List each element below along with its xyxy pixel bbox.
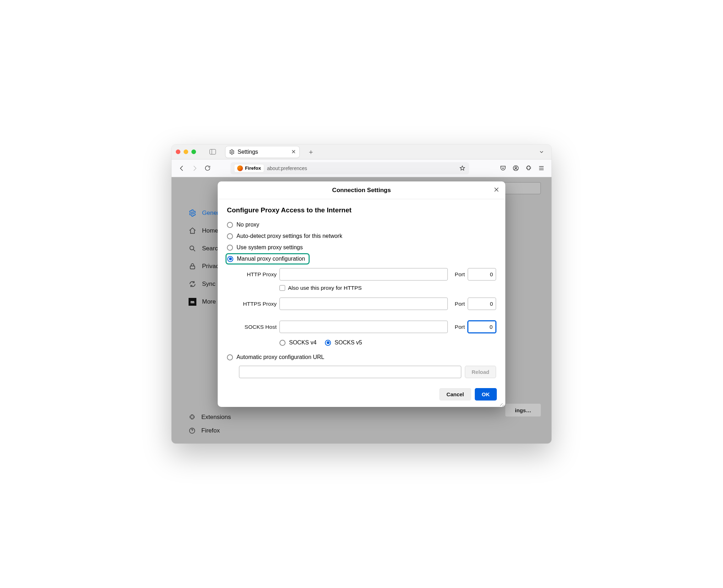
firefox-logo-icon bbox=[237, 165, 243, 171]
http-port-input[interactable] bbox=[468, 268, 496, 281]
radio-label: SOCKS v4 bbox=[289, 339, 316, 346]
mozilla-logo-icon: m bbox=[189, 298, 196, 306]
cancel-button[interactable]: Cancel bbox=[439, 388, 471, 401]
checkbox-label: Also use this proxy for HTTPS bbox=[288, 285, 362, 291]
url-bar[interactable]: Firefox about:preferences bbox=[230, 162, 469, 174]
sidebar-toggle-icon[interactable] bbox=[210, 149, 216, 154]
radio-label: No proxy bbox=[237, 222, 259, 228]
bookmark-star-icon[interactable] bbox=[459, 165, 466, 172]
connection-settings-dialog: Connection Settings Configure Proxy Acce… bbox=[218, 181, 505, 407]
svg-point-0 bbox=[231, 151, 233, 153]
sidebar-item-extensions[interactable]: Extensions bbox=[189, 414, 231, 421]
radio-icon bbox=[227, 233, 233, 239]
radio-label: Manual proxy configuration bbox=[237, 256, 305, 262]
sidebar-item-support[interactable]: Firefox bbox=[189, 427, 231, 434]
checkbox-icon bbox=[279, 285, 285, 291]
dialog-header: Connection Settings bbox=[218, 181, 505, 199]
content-area: General Home Search Privacy Sync bbox=[172, 177, 551, 443]
dialog-footer: Cancel OK bbox=[218, 385, 505, 407]
minimize-window[interactable] bbox=[184, 149, 188, 154]
svg-point-2 bbox=[515, 167, 517, 169]
https-proxy-label: HTTPS Proxy bbox=[227, 301, 277, 307]
radio-label: Use system proxy settings bbox=[237, 244, 303, 251]
sidebar-label: Firefox bbox=[201, 427, 220, 434]
resize-handle-icon[interactable] bbox=[499, 401, 504, 405]
http-proxy-label: HTTP Proxy bbox=[227, 271, 277, 278]
settings-sidebar-bottom: Extensions Firefox bbox=[189, 414, 231, 434]
sidebar-label: More bbox=[202, 298, 216, 305]
browser-tab[interactable]: Settings ✕ bbox=[225, 146, 300, 158]
reload-button[interactable]: Reload bbox=[465, 366, 496, 378]
url-text: about:preferences bbox=[267, 165, 307, 171]
port-label: Port bbox=[451, 301, 465, 307]
auto-url-input[interactable] bbox=[239, 366, 461, 378]
radio-icon bbox=[227, 354, 233, 360]
account-icon[interactable] bbox=[512, 165, 520, 172]
radio-label: Automatic proxy configuration URL bbox=[237, 354, 324, 360]
svg-point-3 bbox=[191, 212, 194, 214]
ok-button[interactable]: OK bbox=[475, 388, 497, 401]
radio-label: SOCKS v5 bbox=[335, 339, 362, 346]
radio-manual[interactable]: Manual proxy configuration bbox=[227, 256, 305, 262]
dialog-close-icon[interactable] bbox=[493, 186, 500, 193]
browser-window: Settings ✕ ＋ Firefox about:preferences bbox=[172, 145, 551, 443]
tab-title: Settings bbox=[238, 149, 258, 155]
radio-icon bbox=[227, 256, 233, 262]
sidebar-label: Sync bbox=[202, 281, 216, 288]
title-bar: Settings ✕ ＋ bbox=[172, 145, 551, 159]
site-identity-label: Firefox bbox=[245, 165, 261, 171]
toolbar: Firefox about:preferences bbox=[172, 159, 551, 177]
radio-icon bbox=[227, 222, 233, 228]
radio-socks-v4[interactable]: SOCKS v4 bbox=[279, 339, 316, 346]
https-port-input[interactable] bbox=[468, 298, 496, 310]
tab-close-icon[interactable]: ✕ bbox=[291, 148, 296, 155]
radio-icon bbox=[325, 340, 331, 346]
radio-socks-v5[interactable]: SOCKS v5 bbox=[325, 339, 362, 346]
http-proxy-input[interactable] bbox=[279, 268, 448, 281]
close-window[interactable] bbox=[176, 149, 180, 154]
socks-host-input[interactable] bbox=[279, 321, 448, 333]
section-title: Configure Proxy Access to the Internet bbox=[227, 206, 496, 214]
new-tab-button[interactable]: ＋ bbox=[308, 147, 314, 157]
settings-button-bg: ings… bbox=[505, 404, 541, 416]
radio-manual-highlight: Manual proxy configuration bbox=[225, 253, 310, 265]
radio-auto-detect[interactable]: Auto-detect proxy settings for this netw… bbox=[227, 230, 496, 242]
radio-label: Auto-detect proxy settings for this netw… bbox=[237, 233, 342, 239]
socks-port-input[interactable] bbox=[468, 321, 496, 333]
port-label: Port bbox=[451, 271, 465, 278]
forward-button[interactable] bbox=[191, 165, 199, 172]
dialog-title: Connection Settings bbox=[332, 187, 391, 194]
tabs-overflow-icon[interactable] bbox=[539, 149, 544, 155]
sidebar-label: Home bbox=[202, 227, 218, 234]
pocket-icon[interactable] bbox=[499, 165, 507, 172]
maximize-window[interactable] bbox=[191, 149, 196, 154]
port-label: Port bbox=[451, 324, 465, 330]
radio-system[interactable]: Use system proxy settings bbox=[227, 242, 496, 253]
site-identity[interactable]: Firefox bbox=[234, 164, 264, 173]
https-proxy-input[interactable] bbox=[279, 298, 448, 310]
svg-rect-5 bbox=[190, 266, 195, 269]
extensions-icon[interactable] bbox=[524, 165, 532, 172]
reload-button[interactable] bbox=[203, 165, 211, 172]
back-button[interactable] bbox=[178, 165, 186, 172]
radio-icon bbox=[279, 340, 286, 346]
dialog-body: Configure Proxy Access to the Internet N… bbox=[218, 199, 505, 385]
also-https-checkbox[interactable]: Also use this proxy for HTTPS bbox=[279, 285, 496, 291]
radio-auto-url[interactable]: Automatic proxy configuration URL bbox=[227, 352, 496, 363]
sidebar-label: Extensions bbox=[201, 414, 231, 421]
window-controls bbox=[176, 149, 196, 154]
socks-host-label: SOCKS Host bbox=[227, 324, 277, 330]
radio-no-proxy[interactable]: No proxy bbox=[227, 219, 496, 230]
radio-icon bbox=[227, 245, 233, 251]
svg-point-4 bbox=[190, 246, 194, 250]
gear-icon bbox=[229, 149, 235, 155]
menu-icon[interactable] bbox=[537, 165, 545, 172]
